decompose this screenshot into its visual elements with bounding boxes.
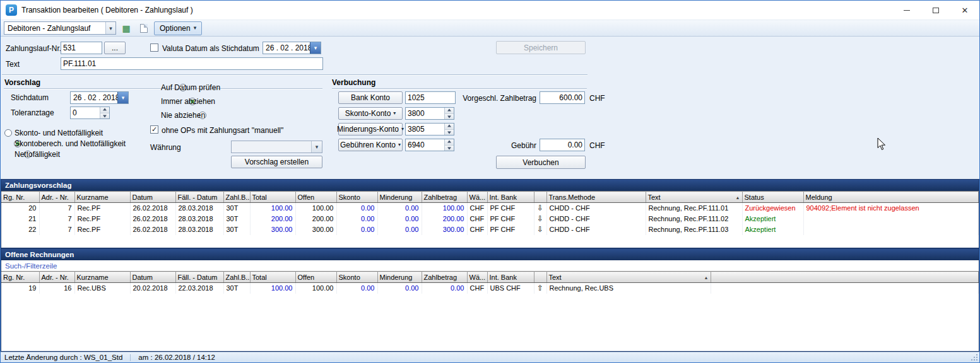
table-cell[interactable]: [711, 283, 979, 294]
table-cell[interactable]: CHF: [467, 224, 487, 235]
spinner-down-icon[interactable]: [445, 130, 454, 135]
column-header[interactable]: Datum: [130, 272, 175, 283]
table-cell[interactable]: 30T: [223, 214, 250, 224]
maximize-button[interactable]: [921, 1, 950, 20]
chevron-down-icon[interactable]: ▾: [311, 141, 322, 153]
column-header[interactable]: Meldung: [803, 192, 979, 203]
table-cell[interactable]: 0.00: [336, 224, 377, 235]
vorschlag-erstellen-button[interactable]: Vorschlag erstellen: [231, 156, 322, 168]
zahlungslauf-nr-input[interactable]: [61, 42, 102, 54]
calendar-dropdown-icon[interactable]: ▾: [310, 42, 321, 54]
table-cell[interactable]: Rechnung, Rec.PF.111.02: [646, 214, 742, 224]
table-cell[interactable]: 28.03.2018: [175, 224, 223, 235]
column-header[interactable]: [534, 272, 546, 283]
column-header[interactable]: Skonto: [336, 272, 377, 283]
toleranztage-stepper[interactable]: [70, 107, 110, 119]
table-cell[interactable]: Rechnung, Rec.UBS: [546, 283, 711, 294]
minderungs-konto-stepper[interactable]: [405, 123, 454, 135]
table-cell[interactable]: 100.00: [422, 203, 467, 214]
table-cell[interactable]: ⇩: [534, 203, 546, 214]
table-cell[interactable]: CHF: [467, 214, 487, 224]
valuta-date-picker[interactable]: 26 . 02 . 2018 ▾: [263, 42, 321, 54]
table-cell[interactable]: 0.00: [377, 214, 422, 224]
spinner-up-icon[interactable]: [445, 139, 454, 146]
table-cell[interactable]: 26.02.2018: [130, 214, 175, 224]
column-header[interactable]: Zahlbetrag: [422, 272, 467, 283]
table-cell[interactable]: 22.03.2018: [175, 283, 223, 294]
minimize-button[interactable]: [892, 1, 921, 20]
table-cell[interactable]: 0.00: [377, 224, 422, 235]
gebuehren-konto-stepper[interactable]: [405, 139, 454, 151]
table-cell[interactable]: CHDD - CHF: [546, 214, 646, 224]
table-row[interactable]: 217Rec.PF26.02.201828.03.201830T200.0020…: [1, 214, 979, 224]
table-cell[interactable]: Akzeptiert: [742, 214, 803, 224]
text-input[interactable]: [61, 57, 323, 70]
table-cell[interactable]: 30T: [223, 283, 250, 294]
chevron-down-icon[interactable]: ▾: [105, 22, 115, 34]
table-cell[interactable]: 22: [1, 224, 39, 235]
column-header[interactable]: [534, 192, 546, 203]
column-header[interactable]: Minderung: [377, 272, 422, 283]
spinner-up-icon[interactable]: [445, 124, 454, 130]
table-cell[interactable]: 28.03.2018: [175, 203, 223, 214]
column-header[interactable]: Rg. Nr.: [1, 192, 39, 203]
spinner-up-icon[interactable]: [445, 108, 454, 114]
column-header[interactable]: Adr. - Nr.: [39, 192, 74, 203]
bank-konto-input[interactable]: [405, 91, 456, 104]
column-header[interactable]: Fäll. - Datum: [175, 192, 223, 203]
column-header[interactable]: Rg. Nr.: [1, 272, 39, 283]
column-header[interactable]: Wä...: [467, 192, 487, 203]
column-header[interactable]: [711, 272, 979, 283]
table-cell[interactable]: [803, 214, 979, 224]
spinner-up-icon[interactable]: [100, 107, 109, 113]
table-cell[interactable]: CHDD - CHF: [546, 224, 646, 235]
vorgeschl-zahlbetrag-input[interactable]: [540, 91, 585, 104]
table-cell[interactable]: Akzeptiert: [742, 224, 803, 235]
skonto-konto-stepper[interactable]: [405, 107, 454, 120]
table-cell[interactable]: CHF: [467, 203, 487, 214]
such-filterzeile-link[interactable]: Such-/Filterzeile: [1, 260, 979, 271]
table-cell[interactable]: 200.00: [422, 214, 467, 224]
column-header[interactable]: Offen: [295, 192, 336, 203]
table-cell[interactable]: 26.02.2018: [130, 203, 175, 214]
column-header[interactable]: Total: [250, 192, 295, 203]
radio-skonto-und-netto[interactable]: [4, 129, 12, 137]
new-document-button[interactable]: [136, 21, 151, 35]
table-cell[interactable]: 28.03.2018: [175, 214, 223, 224]
column-header[interactable]: Total: [250, 272, 295, 283]
table-cell[interactable]: Rec.PF: [74, 224, 130, 235]
spinner-down-icon[interactable]: [445, 114, 454, 120]
column-header[interactable]: Skonto: [336, 192, 377, 203]
table-row[interactable]: 227Rec.PF26.02.201828.03.201830T300.0030…: [1, 224, 979, 235]
spinner-down-icon[interactable]: [445, 146, 454, 151]
close-button[interactable]: ✕: [950, 1, 979, 20]
table-cell[interactable]: 100.00: [250, 283, 295, 294]
skonto-konto-input[interactable]: [406, 108, 444, 119]
toleranztage-input[interactable]: [71, 107, 100, 118]
table-cell[interactable]: Rec.UBS: [74, 283, 130, 294]
table-cell[interactable]: 100.00: [295, 203, 336, 214]
gebuehren-konto-input[interactable]: [406, 139, 444, 151]
gebuehren-konto-button[interactable]: Gebühren Konto ▾: [338, 139, 403, 151]
table-cell[interactable]: 7: [39, 224, 74, 235]
column-header[interactable]: Datum: [130, 192, 175, 203]
column-header[interactable]: Adr. - Nr.: [39, 272, 74, 283]
column-header[interactable]: Wä...: [467, 272, 487, 283]
ohne-ops-checkbox[interactable]: [150, 125, 158, 134]
valuta-checkbox[interactable]: [150, 43, 158, 52]
column-header[interactable]: Kurzname: [74, 272, 130, 283]
table-cell[interactable]: 300.00: [295, 224, 336, 235]
table-cell[interactable]: 0.00: [377, 283, 422, 294]
table-cell[interactable]: Zurückgewiesen: [742, 203, 803, 214]
column-header[interactable]: Offen: [295, 272, 336, 283]
table-cell[interactable]: 300.00: [250, 224, 295, 235]
table-cell[interactable]: 26.02.2018: [130, 224, 175, 235]
table-cell[interactable]: 19: [1, 283, 39, 294]
table-cell[interactable]: PF CHF: [487, 203, 534, 214]
gebuehr-input[interactable]: [540, 139, 585, 151]
table-cell[interactable]: Rec.PF: [74, 214, 130, 224]
table-cell[interactable]: 0.00: [336, 283, 377, 294]
skonto-konto-button[interactable]: Skonto-Konto ▾: [338, 107, 403, 120]
table-cell[interactable]: 16: [39, 283, 74, 294]
table-cell[interactable]: PF CHF: [487, 214, 534, 224]
